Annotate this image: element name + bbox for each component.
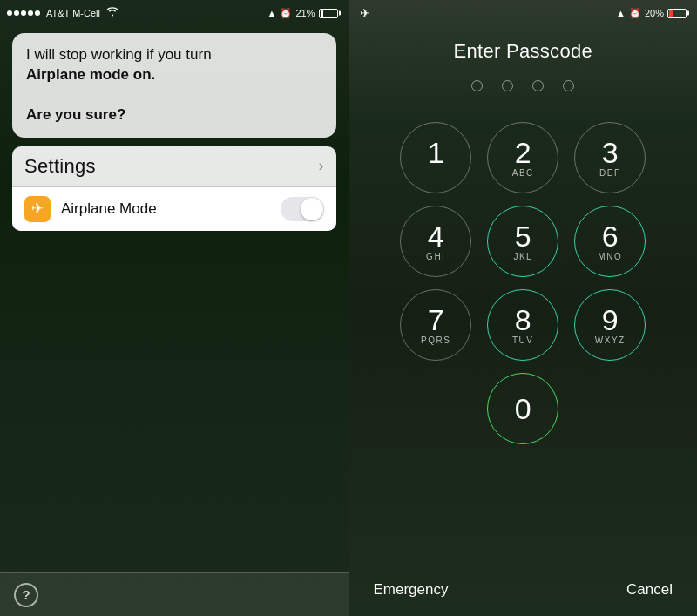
battery-fill — [321, 10, 324, 17]
airplane-mode-row[interactable]: ✈ Airplane Mode — [12, 187, 336, 231]
signal-dot-5 — [35, 10, 40, 16]
key-1[interactable]: 1 — [400, 122, 471, 193]
right-battery-percent: 20% — [645, 8, 664, 18]
keypad-row-2: 4 GHI 5 JKL 6 MNO — [400, 206, 646, 277]
key-5[interactable]: 5 JKL — [487, 206, 558, 277]
passcode-title: Enter Passcode — [453, 40, 592, 63]
key-5-letters: JKL — [513, 252, 532, 261]
key-8[interactable]: 8 TUV — [487, 289, 558, 361]
airplane-status-icon: ✈ — [360, 6, 370, 20]
siri-line1: I will stop working if you turn — [26, 46, 212, 63]
key-6[interactable]: 6 MNO — [574, 206, 646, 277]
right-battery-fill — [669, 10, 673, 17]
settings-row[interactable]: Settings › ✈ Airplane Mode — [12, 146, 336, 231]
toggle-thumb — [301, 198, 323, 220]
right-battery-icon — [667, 9, 687, 18]
key-7-letters: PQRS — [421, 335, 450, 345]
passcode-dot-4 — [563, 80, 574, 91]
right-status-right: ▲ ⏰ 20% — [616, 8, 687, 19]
right-nav-arrow-icon: ▲ — [616, 8, 626, 18]
right-panel: ✈ ▲ ⏰ 20% Enter Passcode 1 2 ABC — [349, 0, 698, 616]
key-3-num: 3 — [602, 138, 619, 167]
key-2-num: 2 — [515, 138, 531, 167]
key-0[interactable]: 0 — [487, 373, 558, 444]
key-6-num: 6 — [602, 221, 619, 251]
airplane-icon-bg: ✈ — [24, 196, 51, 222]
key-4-letters: GHI — [426, 252, 445, 261]
key-1-num: 1 — [428, 138, 444, 167]
passcode-dot-3 — [532, 80, 544, 91]
cancel-button[interactable]: Cancel — [626, 581, 673, 599]
key-1-letters — [434, 168, 437, 178]
siri-line2: Airplane mode on. — [26, 66, 155, 83]
emergency-button[interactable]: Emergency — [374, 581, 449, 599]
alarm-icon: ⏰ — [280, 8, 292, 19]
signal-dot-3 — [21, 10, 26, 16]
key-9[interactable]: 9 WXYZ — [574, 289, 646, 361]
signal-dots — [7, 10, 40, 16]
settings-title: Settings — [24, 155, 96, 178]
passcode-dot-1 — [471, 80, 483, 91]
left-bottom-bar: ? — [0, 572, 348, 616]
passcode-dots — [471, 80, 574, 91]
siri-message-bubble: I will stop working if you turn Airplane… — [12, 33, 336, 138]
key-5-num: 5 — [515, 221, 531, 251]
key-4-num: 4 — [428, 221, 444, 251]
keypad-row-3: 7 PQRS 8 TUV 9 WXYZ — [400, 289, 646, 361]
siri-line3: Are you sure? — [26, 106, 125, 123]
wifi-icon — [106, 7, 118, 19]
status-left: AT&T M-Cell — [7, 7, 118, 19]
key-8-letters: TUV — [512, 335, 534, 345]
airplane-icon: ✈ — [31, 200, 44, 218]
keypad-bottom-bar: Emergency Cancel — [349, 569, 698, 616]
key-0-num: 0 — [515, 394, 531, 423]
left-panel: AT&T M-Cell ▲ ⏰ 21% I will stop working … — [0, 0, 348, 616]
navigation-arrow-icon: ▲ — [267, 8, 277, 18]
signal-dot-1 — [7, 10, 12, 16]
key-7[interactable]: 7 PQRS — [400, 289, 471, 361]
key-4[interactable]: 4 GHI — [400, 206, 471, 277]
key-6-letters: MNO — [598, 252, 622, 261]
key-2-letters: ABC — [512, 168, 534, 178]
key-7-num: 7 — [428, 305, 444, 335]
status-right: ▲ ⏰ 21% — [267, 8, 338, 19]
key-2[interactable]: 2 ABC — [487, 122, 558, 193]
carrier-label: AT&T M-Cell — [46, 8, 100, 18]
chevron-right-icon: › — [319, 157, 324, 175]
key-8-num: 8 — [515, 305, 531, 335]
key-9-num: 9 — [602, 305, 619, 335]
siri-message-text: I will stop working if you turn Airplane… — [26, 45, 322, 125]
key-9-letters: WXYZ — [595, 335, 626, 345]
airplane-mode-toggle[interactable] — [281, 197, 324, 221]
left-status-bar: AT&T M-Cell ▲ ⏰ 21% — [0, 0, 348, 24]
airplane-mode-label: Airplane Mode — [61, 200, 281, 218]
signal-dot-2 — [14, 10, 19, 16]
passcode-dot-2 — [502, 80, 513, 91]
signal-dot-4 — [28, 10, 33, 16]
help-button[interactable]: ? — [14, 583, 38, 607]
battery-percent-label: 21% — [295, 8, 315, 18]
key-3-letters: DEF — [599, 168, 621, 178]
settings-header[interactable]: Settings › — [12, 146, 336, 187]
keypad-row-zero: 0 — [487, 373, 558, 444]
right-alarm-icon: ⏰ — [629, 8, 641, 19]
key-3[interactable]: 3 DEF — [574, 122, 646, 193]
keypad-row-1: 1 2 ABC 3 DEF — [400, 122, 646, 193]
right-status-bar: ✈ ▲ ⏰ 20% — [349, 0, 698, 24]
battery-icon — [319, 9, 338, 18]
keypad: 1 2 ABC 3 DEF 4 GHI 5 JKL 6 — [349, 122, 698, 569]
